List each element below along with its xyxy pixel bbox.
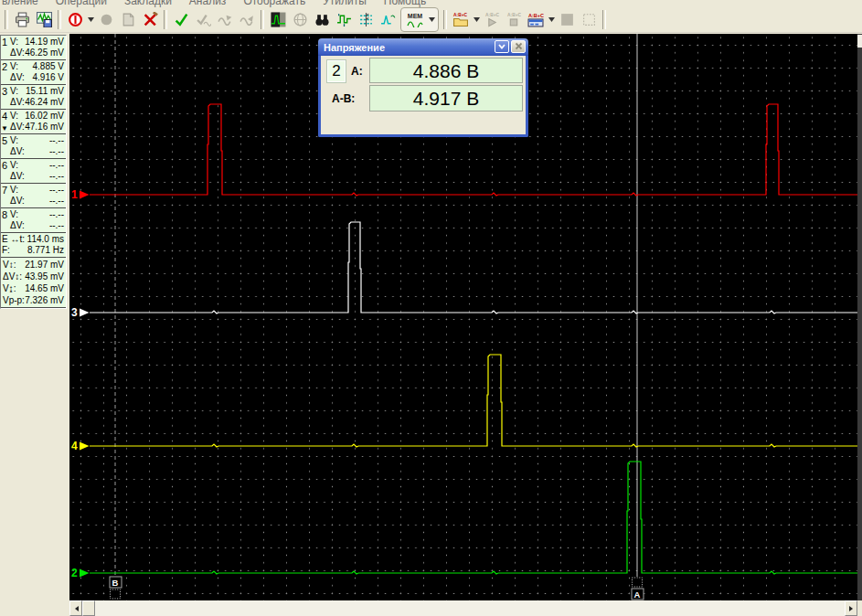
channel-4-arrow-icon[interactable] bbox=[80, 442, 90, 451]
dialog-title: Напряжение bbox=[324, 42, 385, 53]
stop-record-button[interactable]: A:B+C bbox=[503, 9, 525, 30]
menu-item-2[interactable]: Закладки bbox=[124, 0, 172, 7]
print-button[interactable] bbox=[11, 9, 33, 30]
channel-3-marker-label: 3 bbox=[71, 306, 78, 319]
signal-wave-button[interactable] bbox=[377, 9, 399, 30]
channel-4-marker-label: 4 bbox=[71, 440, 78, 452]
channel-3-arrow-icon[interactable] bbox=[80, 309, 90, 317]
vertical-scrollbar[interactable] bbox=[857, 34, 862, 600]
dialog-voltage-a-value: 4.886 В bbox=[369, 58, 523, 83]
measurement-line: V:--.-- bbox=[10, 135, 64, 146]
save-oscillogram-button[interactable] bbox=[33, 9, 55, 30]
dialog-titlebar[interactable]: Напряжение bbox=[318, 38, 528, 56]
timing-cell[interactable]: E ↔t:114.0 msF:8.771 Hz bbox=[1, 233, 66, 258]
channel-3-cell[interactable]: 3V:15.11 mVΔV:46.24 mV bbox=[1, 85, 66, 110]
channel-6-cell[interactable]: 6V:--.--ΔV:--.-- bbox=[1, 159, 66, 184]
channel-7-cell[interactable]: 7V:--.--ΔV:--.-- bbox=[1, 184, 66, 208]
channel-1-arrow-icon[interactable] bbox=[80, 191, 90, 199]
toolbar: MEMA:B+CA:B+CA:B+CA:B+C bbox=[0, 7, 862, 33]
horizontal-scrollbar[interactable] bbox=[69, 600, 857, 616]
cursor-a-label: A bbox=[634, 589, 641, 600]
chevron-down-icon bbox=[497, 41, 506, 52]
levels-button[interactable] bbox=[355, 9, 377, 30]
dialog-voltage-ab-value: 4.917 В bbox=[369, 85, 523, 112]
channel-8-cell[interactable]: 8V:--.--ΔV:--.-- bbox=[1, 208, 66, 233]
channel-2-cell[interactable]: 2V:4.885 VΔV:4.916 V bbox=[1, 60, 66, 85]
playAbc-icon: A:B+C bbox=[484, 12, 500, 27]
cursor-a-handle[interactable] bbox=[633, 578, 643, 587]
measurement-line: V:14.19 mV bbox=[10, 37, 64, 48]
channel-2-arrow-icon[interactable] bbox=[80, 569, 90, 578]
measurement-line: F:8.771 Hz bbox=[2, 245, 64, 256]
dropdown-arrow-icon[interactable] bbox=[427, 9, 436, 30]
voltage-stats-cell[interactable]: V↕:21.97 mVΔV↕:43.95 mVV↨:14.65 mVVp-p:7… bbox=[1, 258, 66, 308]
channel-number: 5 bbox=[2, 135, 10, 158]
measurement-line: ΔV:46.24 mV bbox=[10, 97, 64, 108]
vertical-scrollbar-thumb[interactable] bbox=[857, 35, 862, 48]
menu-item-4[interactable]: Отображать bbox=[243, 0, 305, 7]
menu-item-5[interactable]: Утилиты bbox=[323, 0, 367, 7]
horizontal-scrollbar-thumb[interactable] bbox=[82, 600, 95, 616]
acquire-page-button[interactable] bbox=[117, 9, 139, 30]
page-icon bbox=[121, 12, 136, 27]
play-record-button[interactable]: A:B+C bbox=[481, 9, 503, 30]
wave-next-button[interactable] bbox=[236, 9, 258, 30]
channel-1-cell[interactable]: 1V:14.19 mVΔV:46.25 mV bbox=[1, 36, 66, 60]
power-button-dropdown[interactable] bbox=[86, 9, 95, 30]
record-icon bbox=[99, 12, 114, 27]
signal-markers-button[interactable] bbox=[333, 9, 355, 30]
printer-icon bbox=[15, 12, 30, 27]
levels-icon bbox=[358, 12, 374, 27]
measure-continuous-button[interactable] bbox=[192, 9, 214, 30]
menu-bar: влениеОперацииЗакладкиАнализОтображатьУт… bbox=[0, 0, 862, 7]
scroll-right-button[interactable] bbox=[845, 600, 857, 616]
menu-item-1[interactable]: Операции bbox=[56, 0, 107, 7]
memory-button[interactable]: MEM bbox=[400, 7, 439, 32]
open-file-button-dropdown[interactable] bbox=[472, 9, 481, 30]
menu-item-0[interactable]: вление bbox=[2, 0, 38, 7]
view-oscillogram-button[interactable] bbox=[267, 9, 289, 30]
web-button[interactable] bbox=[289, 9, 311, 30]
measurement-line: E ↔t:114.0 ms bbox=[2, 234, 64, 245]
waveArrow-icon bbox=[218, 12, 233, 27]
grid-square-button[interactable] bbox=[578, 9, 600, 30]
toolbar-separator bbox=[602, 10, 606, 29]
square-button[interactable] bbox=[556, 9, 578, 30]
measurement-line: ΔV:4.916 V bbox=[10, 72, 64, 83]
channel-number: 6 bbox=[2, 160, 10, 183]
right-arrow-icon bbox=[849, 606, 856, 611]
channel-number: 1 bbox=[2, 37, 10, 59]
toolbar-separator bbox=[443, 10, 447, 29]
clear-button[interactable] bbox=[139, 9, 161, 30]
measurement-line: ΔV:47.16 mV bbox=[10, 122, 64, 133]
binoculars-icon bbox=[314, 12, 330, 27]
channel-number: 2 bbox=[2, 61, 10, 84]
cursor-b-handle[interactable] bbox=[111, 589, 121, 599]
channel-number: 3 bbox=[2, 86, 10, 109]
menu-item-6[interactable]: Помощь bbox=[384, 0, 426, 7]
power-button[interactable] bbox=[64, 9, 86, 30]
record-button[interactable] bbox=[95, 9, 117, 30]
svg-text:A:B+C: A:B+C bbox=[528, 13, 544, 18]
left-arrow-icon bbox=[72, 606, 79, 611]
menu-item-3[interactable]: Анализ bbox=[189, 0, 227, 7]
display-panel-button[interactable]: A:B+C bbox=[525, 9, 547, 30]
scroll-left-button[interactable] bbox=[69, 600, 82, 616]
channel-4-cell[interactable]: 4V:16.02 mVΔV:47.16 mV▼ bbox=[1, 110, 66, 134]
globe-icon bbox=[293, 12, 308, 27]
trigger-marker-icon: ▼ bbox=[1, 125, 8, 133]
viewWave-icon bbox=[271, 12, 286, 27]
open-file-button[interactable]: A:B+C bbox=[450, 9, 472, 30]
measurement-line: V:--.-- bbox=[10, 185, 64, 196]
measure-once-button[interactable] bbox=[170, 9, 192, 30]
dialog-collapse-button[interactable] bbox=[495, 40, 509, 53]
horizontal-scrollbar-track[interactable] bbox=[95, 600, 845, 616]
measurement-line: Vp-p:7.326 mV bbox=[3, 294, 64, 306]
channel-5-cell[interactable]: 5V:--.--ΔV:--.-- bbox=[1, 134, 66, 159]
dialog-close-button[interactable] bbox=[511, 40, 526, 53]
channel-3-trace bbox=[90, 222, 857, 313]
dialog-channel-selector[interactable]: 2 bbox=[326, 59, 346, 83]
wave-prev-button[interactable] bbox=[214, 9, 236, 30]
display-panel-button-dropdown[interactable] bbox=[547, 9, 556, 30]
search-button[interactable] bbox=[311, 9, 333, 30]
